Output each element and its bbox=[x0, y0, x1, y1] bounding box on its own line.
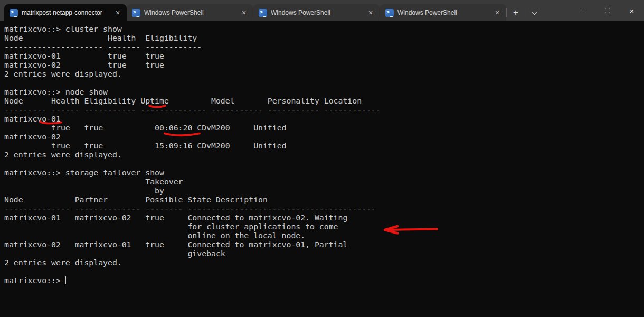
powershell-icon-underscore: _ bbox=[390, 12, 393, 17]
terminal-viewport[interactable]: matrixcvo::> cluster show Node Health El… bbox=[0, 21, 644, 317]
terminal-line bbox=[4, 78, 644, 87]
terminal-line: giveback bbox=[4, 249, 644, 258]
tab-title: matrixpost-netapp-connector bbox=[22, 9, 108, 16]
close-tab-icon[interactable]: × bbox=[493, 8, 502, 17]
terminal-line: matrixcvo-01 bbox=[4, 114, 644, 123]
powershell-icon-chevron: > bbox=[260, 9, 263, 15]
powershell-icon: >_ bbox=[10, 9, 18, 17]
terminal-line: --------------------- ------- ----------… bbox=[4, 42, 644, 51]
terminal-line bbox=[4, 267, 644, 276]
terminal-line: matrixcvo-02 true true bbox=[4, 60, 644, 69]
close-window-icon: × bbox=[630, 6, 634, 15]
powershell-icon: >_ bbox=[259, 9, 267, 17]
title-bar-drag-area bbox=[543, 0, 571, 21]
terminal-line: --------- ------ ----------- -----------… bbox=[4, 105, 644, 114]
maximize-icon bbox=[605, 8, 610, 13]
minimize-button[interactable] bbox=[571, 0, 595, 21]
prompt-line[interactable]: matrixcvo::> bbox=[4, 276, 644, 285]
terminal-line: Takeover bbox=[4, 177, 644, 186]
powershell-icon-chevron: > bbox=[11, 9, 14, 15]
tab-windows-powershell-3[interactable]: >_ Windows PowerShell × bbox=[380, 4, 506, 21]
terminal-line: 2 entries were displayed. bbox=[4, 258, 644, 267]
powershell-icon-underscore: _ bbox=[137, 12, 139, 17]
terminal-line: matrixcvo-01 true true bbox=[4, 51, 644, 60]
chevron-down-icon bbox=[532, 10, 537, 15]
terminal-line: for cluster applications to come bbox=[4, 222, 644, 231]
powershell-icon: >_ bbox=[385, 9, 394, 17]
terminal-line: matrixcvo-02 bbox=[4, 132, 644, 141]
terminal-line: matrixcvo-01 matrixcvo-02 true Connected… bbox=[4, 213, 644, 222]
powershell-icon: >_ bbox=[132, 9, 140, 17]
text-cursor bbox=[65, 276, 67, 284]
tab-windows-powershell-1[interactable]: >_ Windows PowerShell × bbox=[127, 4, 253, 21]
tab-dropdown-button[interactable] bbox=[525, 4, 543, 21]
terminal-line: true true 00:06:20 CDvM200 Unified bbox=[4, 123, 644, 132]
tab-windows-powershell-2[interactable]: >_ Windows PowerShell × bbox=[253, 4, 380, 21]
minimize-icon bbox=[581, 11, 586, 11]
maximize-button[interactable] bbox=[595, 0, 620, 21]
tab-title: Windows PowerShell bbox=[144, 9, 231, 16]
tab-bar: >_ matrixpost-netapp-connector × >_ Wind… bbox=[0, 0, 644, 21]
close-tab-icon[interactable]: × bbox=[366, 8, 375, 17]
powershell-icon-chevron: > bbox=[133, 9, 136, 15]
terminal-line: matrixcvo::> node show bbox=[4, 87, 644, 96]
terminal-line: Node Health Eligibility Uptime Model Per… bbox=[4, 96, 644, 105]
terminal-line: Node Partner Possible State Description bbox=[4, 195, 644, 204]
terminal-window: >_ matrixpost-netapp-connector × >_ Wind… bbox=[0, 0, 644, 317]
plus-icon: + bbox=[513, 7, 518, 18]
terminal-line: 2 entries were displayed. bbox=[4, 150, 644, 159]
new-tab-button[interactable]: + bbox=[507, 4, 525, 21]
tab-title: Windows PowerShell bbox=[397, 9, 484, 16]
terminal-line: matrixcvo-02 matrixcvo-01 true Connected… bbox=[4, 240, 644, 249]
terminal-line: matrixcvo::> cluster show bbox=[4, 24, 644, 33]
terminal-line: online on the local node. bbox=[4, 231, 644, 240]
tab-matrixpost-netapp-connector[interactable]: >_ matrixpost-netapp-connector × bbox=[4, 4, 127, 21]
terminal-line bbox=[4, 159, 644, 168]
terminal-line: 2 entries were displayed. bbox=[4, 69, 644, 78]
prompt-text: matrixcvo::> bbox=[4, 276, 65, 285]
powershell-icon-chevron: > bbox=[386, 9, 390, 15]
terminal-line: true true 15:09:16 CDvM200 Unified bbox=[4, 141, 644, 150]
powershell-icon-underscore: _ bbox=[14, 12, 17, 17]
close-window-button[interactable]: × bbox=[620, 0, 644, 21]
terminal-line: matrixcvo::> storage failover show bbox=[4, 168, 644, 177]
tab-title: Windows PowerShell bbox=[271, 9, 357, 16]
terminal-line: -------------- -------------- -------- -… bbox=[4, 204, 644, 213]
terminal-line: Node Health Eligibility bbox=[4, 33, 644, 42]
terminal-line: by bbox=[4, 186, 644, 195]
powershell-icon-underscore: _ bbox=[263, 12, 266, 17]
close-tab-icon[interactable]: × bbox=[239, 8, 249, 17]
close-tab-icon[interactable]: × bbox=[113, 8, 122, 17]
